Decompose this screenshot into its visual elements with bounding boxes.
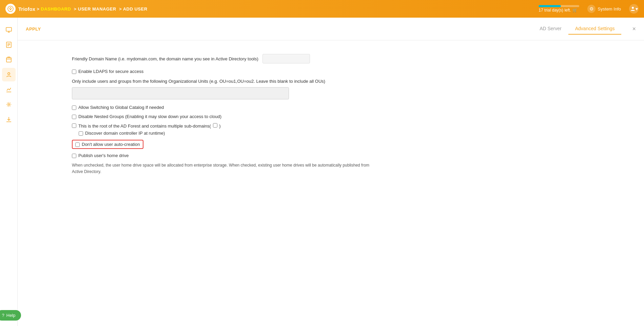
home-drive-info: When unchecked, the user home drive spac… <box>72 162 370 175</box>
svg-rect-10 <box>6 58 11 62</box>
tab-advanced-settings[interactable]: Advanced Settings <box>568 23 622 35</box>
trial-text: 17 trial day(s) left. 🛒 <box>539 8 579 13</box>
main-content: APPLY AD Server Advanced Settings × Frie… <box>18 18 644 326</box>
svg-point-11 <box>8 73 10 75</box>
trial-bar-container <box>539 5 579 7</box>
ad-forest-label: This is the root of the AD Forest and co… <box>78 123 221 129</box>
svg-point-1 <box>10 9 11 10</box>
disable-nested-row: Disable Nested Groups (Enabling it may s… <box>72 114 370 119</box>
discover-controller-checkbox[interactable] <box>79 131 83 136</box>
svg-point-2 <box>632 7 634 9</box>
sidebar: ? Help <box>0 18 18 326</box>
gear-icon: ⚙ <box>587 5 596 13</box>
dont-allow-autocreation-checkbox[interactable] <box>75 142 80 147</box>
global-catalog-label[interactable]: Allow Switching to Global Catalog If nee… <box>78 105 164 110</box>
global-catalog-checkbox[interactable] <box>72 106 76 110</box>
form-content: Friendly Domain Name (i.e. mydomain.com,… <box>18 40 425 189</box>
sidebar-item-files[interactable] <box>2 53 16 66</box>
app-name: Triofox <box>18 6 35 12</box>
discover-controller-label[interactable]: Discover domain controller IP at runtime… <box>85 131 165 136</box>
tab-ad-server[interactable]: AD Server <box>533 23 568 35</box>
sidebar-item-users[interactable] <box>2 68 16 81</box>
publish-home-drive-checkbox[interactable] <box>72 154 76 158</box>
help-icon: ? <box>2 313 4 318</box>
panel: APPLY AD Server Advanced Settings × Frie… <box>18 18 644 326</box>
trial-info: 17 trial day(s) left. 🛒 <box>539 5 579 13</box>
trial-bar <box>539 5 561 7</box>
enable-ldaps-checkbox[interactable] <box>72 70 76 74</box>
ou-label: Only include users and groups from the f… <box>72 78 370 85</box>
ad-forest-sub-checkbox[interactable] <box>213 123 217 128</box>
cart-icon: 🛒 <box>572 8 578 13</box>
dont-allow-autocreation-label[interactable]: Don't allow user auto-creation <box>82 142 140 147</box>
discover-controller-row: Discover domain controller IP at runtime… <box>79 131 370 136</box>
publish-home-drive-row: Publish user's home drive <box>72 153 370 158</box>
apply-button[interactable]: APPLY <box>26 26 41 32</box>
logo-icon <box>5 4 16 14</box>
ad-forest-row: This is the root of the AD Forest and co… <box>72 123 370 129</box>
disable-nested-label[interactable]: Disable Nested Groups (Enabling it may s… <box>78 114 221 119</box>
close-button[interactable]: × <box>632 26 636 32</box>
help-button[interactable]: ? Help <box>0 310 21 321</box>
user-avatar[interactable]: ▾ <box>629 4 639 14</box>
enable-ldaps-row: Enable LDAPS for secure access <box>72 69 370 74</box>
sidebar-item-reports[interactable] <box>2 38 16 52</box>
top-nav-right: 17 trial day(s) left. 🛒 ⚙ System Info ▾ <box>539 4 639 14</box>
sidebar-item-analytics[interactable] <box>2 83 16 96</box>
enable-ldaps-label[interactable]: Enable LDAPS for secure access <box>78 69 143 74</box>
panel-header: APPLY AD Server Advanced Settings × <box>18 18 644 40</box>
disable-nested-checkbox[interactable] <box>72 115 76 119</box>
global-catalog-row: Allow Switching to Global Catalog If nee… <box>72 105 370 110</box>
top-nav: Triofox > DASHBOARD > USER MANAGER > ADD… <box>0 0 644 18</box>
system-info[interactable]: ⚙ System Info <box>587 5 621 13</box>
ad-forest-checkbox[interactable] <box>72 123 76 128</box>
breadcrumb: > DASHBOARD > USER MANAGER > ADD USER <box>35 6 148 12</box>
dont-allow-autocreation-row: Don't allow user auto-creation <box>72 140 370 149</box>
sidebar-item-download[interactable] <box>2 113 16 126</box>
friendly-domain-row: Friendly Domain Name (i.e. mydomain.com,… <box>72 54 370 63</box>
dont-allow-autocreation-highlight: Don't allow user auto-creation <box>72 140 143 149</box>
friendly-domain-input[interactable] <box>262 54 310 63</box>
logo: Triofox <box>5 4 35 14</box>
ou-section: Only include users and groups from the f… <box>72 78 370 99</box>
ou-textarea[interactable] <box>72 87 289 99</box>
publish-home-drive-label[interactable]: Publish user's home drive <box>78 153 129 158</box>
friendly-domain-label: Friendly Domain Name (i.e. mydomain.com,… <box>72 56 258 61</box>
svg-point-13 <box>8 104 9 106</box>
sidebar-item-settings[interactable] <box>2 98 16 111</box>
sidebar-item-monitor[interactable] <box>2 23 16 37</box>
sidebar-bottom: ? Help <box>0 310 23 326</box>
svg-rect-3 <box>6 27 12 31</box>
tab-container: AD Server Advanced Settings × <box>533 23 636 35</box>
